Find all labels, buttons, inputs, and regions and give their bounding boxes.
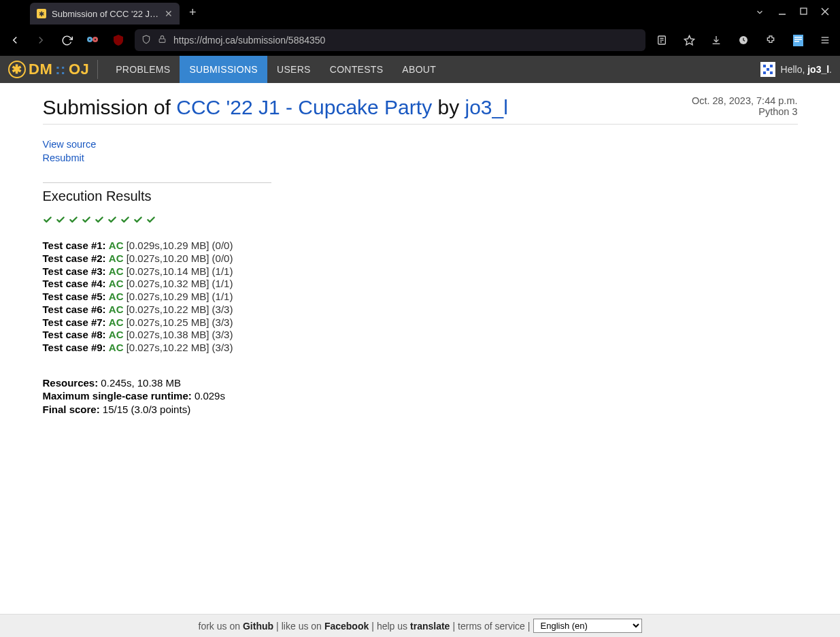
svg-line-3 [822,8,828,15]
chevron-down-icon[interactable] [755,7,765,17]
case-stats: [0.027s,10.14 MB] [127,265,209,277]
score-label: Final score: [43,404,100,415]
check-icon [120,215,130,227]
svg-rect-23 [761,63,775,76]
back-button[interactable] [5,31,24,50]
check-icon [95,215,104,227]
case-status: AC [109,304,124,315]
score-value: 15/15 (3.0/3 points) [100,404,190,415]
greeting-username[interactable]: jo3_l [807,64,829,75]
check-icon [56,215,65,227]
svg-point-5 [93,37,98,42]
footer-sep4: | [528,621,531,632]
reader-icon[interactable] [652,31,671,50]
case-status: AC [109,316,124,328]
case-points: (1/1) [212,278,233,289]
case-label: Test case #8: [43,329,106,340]
view-source-link[interactable]: View source [43,138,798,152]
footer-github-link[interactable]: Github [243,621,273,632]
divider [43,182,271,183]
page-icon[interactable] [788,31,807,50]
case-stats: [0.027s,10.38 MB] [127,329,209,340]
close-window-icon[interactable] [821,7,829,17]
minimize-icon[interactable] [778,7,786,17]
footer: fork us on Github | like us on Facebook … [0,614,840,637]
nav-about[interactable]: ABOUT [392,56,446,83]
logo-dm: DM [29,61,52,78]
footer-facebook-link[interactable]: Facebook [324,621,369,632]
new-tab-button[interactable]: + [189,5,197,20]
site-logo[interactable]: ✱ DM::OJ [8,61,89,78]
footer-sep1: | [276,621,279,632]
results-heading: Execution Results [43,189,798,204]
test-case-row: Test case #3: AC [0.027s,10.14 MB] (1/1) [43,265,798,278]
nav-users[interactable]: USERS [267,56,320,83]
extensions-icon[interactable] [761,31,780,50]
test-case-row: Test case #5: AC [0.027s,10.29 MB] (1/1) [43,291,798,304]
browser-tab[interactable]: ✱ Submission of CCC '22 J1 - Cup ✕ [30,3,180,24]
case-stats: [0.027s,10.32 MB] [127,278,209,289]
case-stats: [0.029s,10.29 MB] [127,240,209,251]
case-stats: [0.027s,10.20 MB] [127,252,209,264]
greeting: Hello, jo3_l. [781,64,832,75]
bookmark-icon[interactable] [679,31,699,50]
lock-icon [158,35,167,46]
footer-like-pre: like us on [282,621,322,632]
svg-rect-27 [763,71,766,74]
check-icon [133,215,143,227]
address-bar[interactable]: https://dmoj.ca/submission/5884350 [135,29,645,51]
footer-translate-link[interactable]: translate [410,621,450,632]
svg-rect-26 [767,68,769,71]
maximize-icon[interactable] [800,7,807,17]
user-avatar-icon[interactable] [760,62,775,77]
check-icon [146,215,156,227]
svg-rect-8 [159,39,165,42]
test-case-row: Test case #7: AC [0.027s,10.25 MB] (3/3) [43,316,798,329]
nav-submissions[interactable]: SUBMISSIONS [180,56,267,83]
svg-marker-13 [684,35,694,44]
case-points: (3/3) [212,304,233,315]
test-case-row: Test case #2: AC [0.027s,10.20 MB] (0/0) [43,252,798,265]
menu-icon[interactable] [816,31,835,50]
extension-icon-1[interactable] [83,31,102,50]
case-points: (3/3) [212,316,233,328]
svg-rect-25 [770,65,773,67]
author-link[interactable]: jo3_l [465,96,508,118]
case-points: (3/3) [212,329,233,340]
case-label: Test case #3: [43,265,106,277]
clock-icon[interactable] [734,31,753,50]
nav-problems[interactable]: PROBLEMS [106,56,180,83]
test-case-row: Test case #9: AC [0.027s,10.22 MB] (3/3) [43,342,798,355]
nav-contests[interactable]: CONTESTS [320,56,393,83]
check-icon [43,215,52,227]
resources-label: Resources: [43,377,99,389]
svg-line-2 [822,8,828,15]
footer-tos-link[interactable]: terms of service [458,621,525,632]
logo-colon: :: [55,61,66,78]
submission-language: Python 3 [692,106,798,117]
case-label: Test case #6: [43,304,106,315]
download-icon[interactable] [707,31,726,50]
case-status: AC [109,265,124,277]
case-status: AC [109,342,124,353]
case-points: (1/1) [212,265,233,277]
check-icon [82,215,91,227]
svg-point-4 [87,37,93,42]
language-select[interactable]: English (en) [533,619,642,633]
submission-date: Oct. 28, 2023, 7:44 p.m. [692,95,798,106]
close-tab-icon[interactable]: ✕ [165,8,173,19]
greeting-suffix: . [829,64,832,75]
svg-point-7 [95,39,96,40]
case-stats: [0.027s,10.22 MB] [127,304,209,315]
case-stats: [0.027s,10.29 MB] [127,291,209,302]
svg-rect-19 [794,41,799,42]
footer-sep2: | [371,621,374,632]
problem-link[interactable]: CCC '22 J1 - Cupcake Party [176,96,432,118]
case-points: (1/1) [212,291,233,302]
resubmit-link[interactable]: Resubmit [43,152,798,165]
extension-icon-2[interactable] [109,31,128,50]
forward-button[interactable] [31,31,50,50]
reload-button[interactable] [57,31,76,50]
check-icon [107,215,117,227]
footer-fork-pre: fork us on [199,621,240,632]
